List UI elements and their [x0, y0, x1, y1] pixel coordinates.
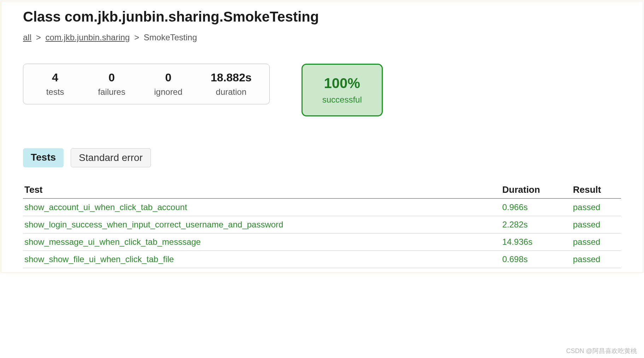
metric-duration-value: 18.882s	[211, 71, 252, 84]
page-title: Class com.jkb.junbin.sharing.SmokeTestin…	[23, 9, 621, 25]
metric-duration: 18.882s duration	[197, 71, 266, 97]
table-row: show_login_success_when_input_correct_us…	[23, 216, 621, 233]
test-result: passed	[572, 198, 621, 216]
test-duration: 14.936s	[501, 233, 572, 251]
success-box: 100% successful	[301, 64, 383, 116]
tab-standard-error[interactable]: Standard error	[71, 148, 151, 167]
metric-ignored: 0 ignored	[140, 71, 197, 97]
table-header-test: Test	[23, 181, 501, 198]
tests-table: Test Duration Result show_account_ui_whe…	[23, 181, 621, 268]
metric-tests: 4 tests	[27, 71, 83, 97]
metric-ignored-value: 0	[165, 71, 171, 84]
metric-duration-label: duration	[216, 87, 247, 97]
breadcrumb: all > com.jkb.junbin.sharing > SmokeTest…	[23, 33, 621, 42]
success-label: successful	[322, 95, 362, 105]
metric-failures-value: 0	[109, 71, 115, 84]
test-duration: 2.282s	[501, 216, 572, 233]
tabs: Tests Standard error	[23, 148, 621, 167]
table-row: show_show_file_ui_when_click_tab_file0.6…	[23, 251, 621, 268]
metric-failures: 0 failures	[83, 71, 140, 97]
table-header-duration: Duration	[501, 181, 572, 198]
test-name-link[interactable]: show_account_ui_when_click_tab_account	[24, 202, 187, 212]
summary-row: 4 tests 0 failures 0 ignored 18.882s dur…	[23, 64, 621, 116]
metric-tests-value: 4	[52, 71, 58, 84]
table-row: show_message_ui_when_click_tab_messsage1…	[23, 233, 621, 251]
metrics-box: 4 tests 0 failures 0 ignored 18.882s dur…	[23, 64, 270, 104]
test-name-link[interactable]: show_login_success_when_input_correct_us…	[24, 220, 283, 229]
metric-ignored-label: ignored	[154, 87, 182, 97]
success-percentage: 100%	[324, 75, 360, 91]
test-duration: 0.698s	[501, 251, 572, 268]
breadcrumb-separator: >	[134, 33, 139, 42]
test-name-link[interactable]: show_show_file_ui_when_click_tab_file	[24, 254, 174, 264]
breadcrumb-current: SmokeTesting	[144, 33, 197, 42]
test-name-link[interactable]: show_message_ui_when_click_tab_messsage	[24, 237, 201, 247]
tab-tests[interactable]: Tests	[23, 148, 64, 167]
test-result: passed	[572, 251, 621, 268]
table-header-result: Result	[572, 181, 621, 198]
test-result: passed	[572, 233, 621, 251]
test-result: passed	[572, 216, 621, 233]
breadcrumb-separator: >	[36, 33, 41, 42]
breadcrumb-package-link[interactable]: com.jkb.junbin.sharing	[45, 33, 130, 42]
metric-failures-label: failures	[98, 87, 125, 97]
metric-tests-label: tests	[46, 87, 64, 97]
table-row: show_account_ui_when_click_tab_account0.…	[23, 198, 621, 216]
breadcrumb-all-link[interactable]: all	[23, 33, 31, 42]
test-duration: 0.966s	[501, 198, 572, 216]
